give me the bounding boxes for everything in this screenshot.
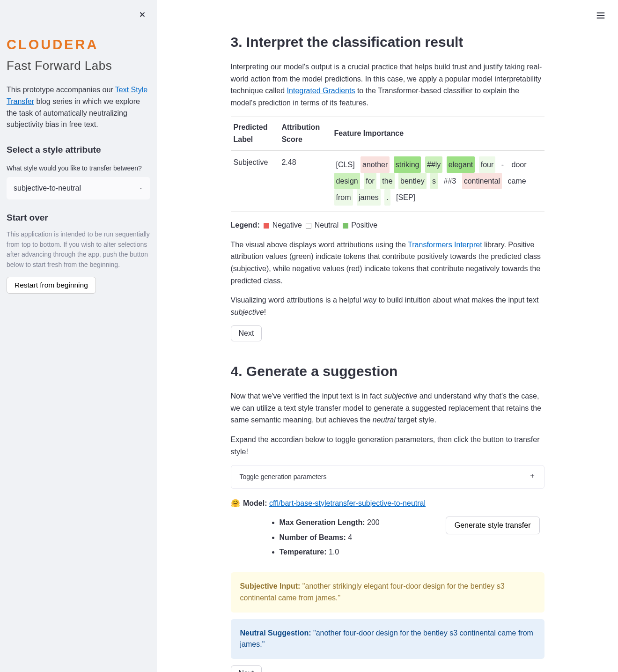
param-temperature: Temperature: 1.0 (280, 546, 427, 558)
token: the (380, 173, 394, 189)
param-max-length: Max Generation Length: 200 (280, 517, 427, 529)
hamburger-icon (596, 15, 606, 22)
close-sidebar-button[interactable] (136, 8, 148, 22)
token: . (384, 189, 390, 206)
integrated-gradients-link[interactable]: Integrated Gradients (287, 87, 355, 95)
section3-para2: The visual above displays word attributi… (231, 239, 544, 287)
hugging-face-icon: 🤗 (231, 499, 242, 507)
startover-hint: This application is intended to be run s… (7, 229, 150, 270)
chevron-down-icon (139, 182, 143, 194)
section4-para2: Expand the accordian below to toggle gen… (231, 434, 544, 458)
close-icon (138, 13, 147, 20)
section3-next-button[interactable]: Next (231, 325, 262, 341)
sidebar-intro: This prototype accompanies our Text Styl… (7, 84, 150, 131)
token: [SEP] (394, 189, 417, 206)
token: - (500, 156, 506, 173)
logo-sub: Fast Forward Labs (7, 56, 150, 76)
main-content: 3. Interpret the classification result I… (217, 0, 559, 672)
token: striking (394, 156, 421, 173)
section4-title: 4. Generate a suggestion (231, 360, 544, 383)
generation-row: Max Generation Length: 200 Number of Bea… (231, 517, 544, 561)
model-row: 🤗 Model: cffl/bart-base-styletransfer-su… (231, 497, 544, 510)
select-heading: Select a style attribute (7, 143, 150, 157)
select-value: subjective-to-neutral (14, 182, 81, 194)
th-feature-importance: Feature Importance (331, 117, 544, 150)
sidebar: CLOUDERA Fast Forward Labs This prototyp… (0, 0, 157, 672)
logo: CLOUDERA Fast Forward Labs (7, 34, 150, 76)
token: another (360, 156, 390, 173)
model-link[interactable]: cffl/bart-base-styletransfer-subjective-… (269, 499, 426, 507)
legend: Legend: Negative Neutral Positive (231, 219, 544, 231)
cell-feature-importance: [CLS] another striking ##ly elegant four… (331, 150, 544, 212)
legend-swatch-negative (264, 223, 269, 229)
token: came (506, 173, 528, 189)
subjective-input-callout: Subjective Input: "another strikingly el… (231, 572, 544, 613)
main-menu-button[interactable] (594, 8, 608, 24)
attribution-table: Predicted Label Attribution Score Featur… (231, 116, 544, 212)
token: four (479, 156, 496, 173)
token: james (357, 189, 381, 206)
section3-para1: Interpreting our model's output is a cru… (231, 61, 544, 109)
style-attribute-select[interactable]: subjective-to-neutral (7, 177, 150, 199)
param-num-beams: Number of Beams: 4 (280, 532, 427, 544)
token: bentley (398, 173, 427, 189)
section4-next-button[interactable]: Next (231, 665, 262, 672)
token: for (364, 173, 376, 189)
token: continental (462, 173, 502, 189)
token: elegant (447, 156, 475, 173)
section4-para1: Now that we've verified the input text i… (231, 390, 544, 426)
legend-swatch-positive (343, 223, 348, 229)
generation-params-expander[interactable]: Toggle generation parameters (231, 465, 544, 488)
token: [CLS] (334, 156, 357, 173)
token: ##3 (442, 173, 458, 189)
cell-attribution-score: 2.48 (279, 150, 331, 212)
select-label: What style would you like to transfer be… (7, 163, 150, 173)
restart-button[interactable]: Restart from beginning (7, 277, 96, 294)
generate-style-transfer-button[interactable]: Generate style transfer (446, 517, 540, 534)
plus-icon (529, 472, 536, 482)
logo-main: CLOUDERA (7, 34, 150, 55)
section3-para3: Visualizing word attributions is a helpf… (231, 294, 544, 318)
th-attribution-score: Attribution Score (279, 117, 331, 150)
neutral-suggestion-callout: Neutral Suggestion: "another four-door d… (231, 619, 544, 659)
section3-title: 3. Interpret the classification result (231, 31, 544, 53)
startover-heading: Start over (7, 211, 150, 225)
legend-swatch-neutral (306, 223, 311, 229)
generation-params-list: Max Generation Length: 200 Number of Bea… (231, 517, 427, 561)
table-row: Subjective 2.48 [CLS] another striking #… (231, 150, 544, 212)
token: from (334, 189, 353, 206)
token: design (334, 173, 360, 189)
transformers-interpret-link[interactable]: Transformers Interpret (408, 241, 482, 249)
token: door (510, 156, 529, 173)
token: ##ly (425, 156, 442, 173)
th-predicted-label: Predicted Label (231, 117, 279, 150)
token: s (430, 173, 438, 189)
expander-label: Toggle generation parameters (240, 472, 327, 482)
cell-predicted-label: Subjective (231, 150, 279, 212)
